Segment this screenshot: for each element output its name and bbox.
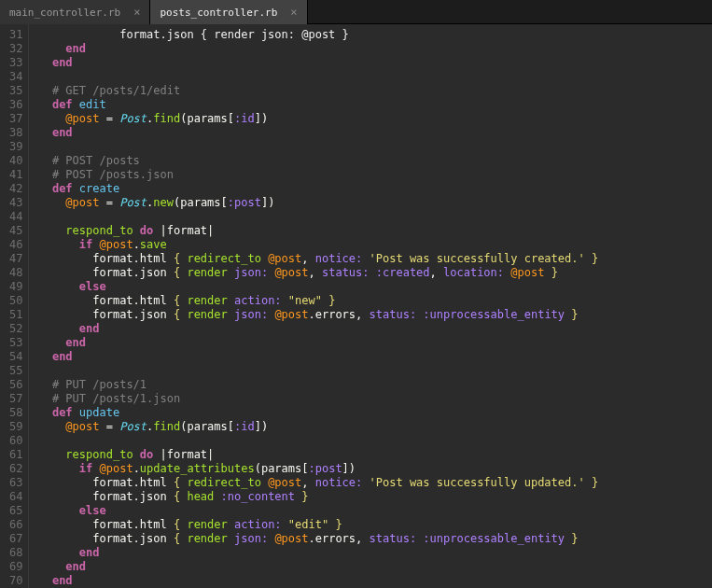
code-line[interactable]: def update <box>38 406 598 420</box>
code-line[interactable]: format.json { head :no_content } <box>38 490 598 504</box>
code-line[interactable]: end <box>38 546 598 560</box>
code-line[interactable]: if @post.update_attributes(params[:post]… <box>38 462 598 476</box>
line-number: 66 <box>9 518 22 532</box>
tab-bar: main_controller.rb × posts_controller.rb… <box>0 0 712 24</box>
close-icon[interactable]: × <box>133 6 140 19</box>
line-number: 63 <box>9 476 22 490</box>
line-number: 69 <box>9 560 22 574</box>
code-line[interactable]: end <box>38 336 598 350</box>
code-line[interactable]: format.html { render action: "edit" } <box>38 518 598 532</box>
line-number: 45 <box>9 224 22 238</box>
line-number: 64 <box>9 490 22 504</box>
code-line[interactable]: respond_to do |format| <box>38 224 598 238</box>
line-number: 44 <box>9 210 22 224</box>
line-number: 58 <box>9 406 22 420</box>
line-gutter: 3132333435363738394041424344454647484950… <box>0 24 29 588</box>
line-number: 56 <box>9 378 22 392</box>
line-number: 32 <box>9 42 22 56</box>
line-number: 68 <box>9 546 22 560</box>
code-line[interactable]: format.json { render json: @post } <box>38 28 598 42</box>
code-line[interactable]: # POST /posts <box>38 154 598 168</box>
close-icon[interactable]: × <box>290 6 297 19</box>
code-line[interactable]: @post = Post.new(params[:post]) <box>38 196 598 210</box>
code-line[interactable]: end <box>38 350 598 364</box>
line-number: 46 <box>9 238 22 252</box>
code-line[interactable]: end <box>38 560 598 574</box>
line-number: 61 <box>9 448 22 462</box>
code-line[interactable]: format.html { render action: "new" } <box>38 294 598 308</box>
line-number: 41 <box>9 168 22 182</box>
code-area[interactable]: format.json { render json: @post } end e… <box>29 24 598 588</box>
code-line[interactable]: end <box>38 42 598 56</box>
line-number: 53 <box>9 336 22 350</box>
code-line[interactable]: else <box>38 280 598 294</box>
code-line[interactable]: end <box>38 126 598 140</box>
code-line[interactable]: end <box>38 574 598 588</box>
line-number: 35 <box>9 84 22 98</box>
line-number: 60 <box>9 434 22 448</box>
code-line[interactable]: if @post.save <box>38 238 598 252</box>
code-line[interactable]: def edit <box>38 98 598 112</box>
code-line[interactable]: format.html { redirect_to @post, notice:… <box>38 476 598 490</box>
line-number: 37 <box>9 112 22 126</box>
line-number: 70 <box>9 574 22 588</box>
code-line[interactable]: def create <box>38 182 598 196</box>
line-number: 50 <box>9 294 22 308</box>
code-line[interactable]: format.json { render json: @post.errors,… <box>38 532 598 546</box>
line-number: 38 <box>9 126 22 140</box>
code-line[interactable] <box>38 70 598 84</box>
line-number: 34 <box>9 70 22 84</box>
tab-main-controller[interactable]: main_controller.rb × <box>0 0 150 24</box>
line-number: 47 <box>9 252 22 266</box>
line-number: 48 <box>9 266 22 280</box>
line-number: 51 <box>9 308 22 322</box>
code-line[interactable] <box>38 364 598 378</box>
code-line[interactable]: else <box>38 504 598 518</box>
line-number: 39 <box>9 140 22 154</box>
line-number: 49 <box>9 280 22 294</box>
code-line[interactable]: format.json { render json: @post.errors,… <box>38 308 598 322</box>
code-line[interactable]: format.html { redirect_to @post, notice:… <box>38 252 598 266</box>
line-number: 52 <box>9 322 22 336</box>
code-line[interactable]: @post = Post.find(params[:id]) <box>38 112 598 126</box>
line-number: 59 <box>9 420 22 434</box>
code-line[interactable]: end <box>38 322 598 336</box>
code-line[interactable]: format.json { render json: @post, status… <box>38 266 598 280</box>
code-line[interactable] <box>38 434 598 448</box>
line-number: 40 <box>9 154 22 168</box>
tab-label: posts_controller.rb <box>160 7 277 19</box>
code-line[interactable]: end <box>38 56 598 70</box>
code-line[interactable] <box>38 210 598 224</box>
code-line[interactable]: # PUT /posts/1 <box>38 378 598 392</box>
line-number: 54 <box>9 350 22 364</box>
line-number: 65 <box>9 504 22 518</box>
code-line[interactable]: # PUT /posts/1.json <box>38 392 598 406</box>
code-line[interactable] <box>38 140 598 154</box>
line-number: 62 <box>9 462 22 476</box>
line-number: 33 <box>9 56 22 70</box>
tab-posts-controller[interactable]: posts_controller.rb × <box>150 0 307 24</box>
code-line[interactable]: @post = Post.find(params[:id]) <box>38 420 598 434</box>
line-number: 36 <box>9 98 22 112</box>
editor: 3132333435363738394041424344454647484950… <box>0 24 712 588</box>
tab-label: main_controller.rb <box>9 7 120 19</box>
code-line[interactable]: # GET /posts/1/edit <box>38 84 598 98</box>
line-number: 42 <box>9 182 22 196</box>
code-line[interactable]: respond_to do |format| <box>38 448 598 462</box>
line-number: 43 <box>9 196 22 210</box>
line-number: 57 <box>9 392 22 406</box>
line-number: 55 <box>9 364 22 378</box>
code-line[interactable]: # POST /posts.json <box>38 168 598 182</box>
line-number: 67 <box>9 532 22 546</box>
line-number: 31 <box>9 28 22 42</box>
